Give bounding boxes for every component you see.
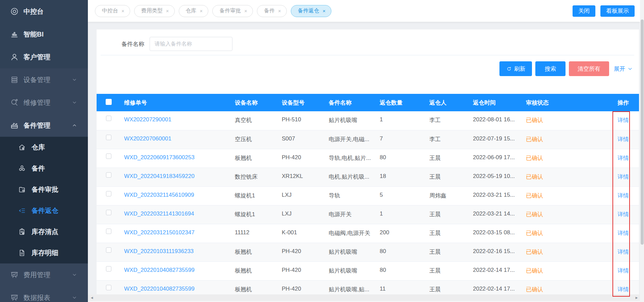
actions-row: 刷新 搜索 清空所有 展开 bbox=[499, 61, 634, 76]
sidebar-item-spare-mgmt[interactable]: 备件管理 bbox=[0, 114, 88, 137]
detail-link[interactable]: 详情 bbox=[618, 211, 629, 218]
spare-name-cell: 贴片机吸嘴 bbox=[329, 248, 373, 256]
sidebar-item-device-mgmt[interactable]: 设备管理 bbox=[0, 68, 88, 91]
col-device-name: 设备名称 bbox=[231, 94, 278, 111]
vertical-scrollbar-thumb[interactable] bbox=[641, 19, 644, 245]
detail-link[interactable]: 详情 bbox=[618, 117, 629, 123]
sidebar-item-warehouse[interactable]: 仓库 bbox=[0, 137, 88, 158]
return-qty-cell: 11 bbox=[380, 286, 386, 292]
close-icon[interactable]: × bbox=[244, 8, 247, 14]
vertical-scrollbar[interactable] bbox=[640, 0, 644, 302]
return-time-cell: 2022-03-15 08... bbox=[473, 229, 519, 236]
order-no-link[interactable]: WX202207290001 bbox=[124, 116, 171, 123]
sidebar-item-data-report[interactable]: 数据报表 bbox=[0, 286, 88, 302]
detail-link[interactable]: 详情 bbox=[618, 249, 629, 255]
sidebar-item-label: 备件审批 bbox=[32, 185, 58, 194]
row-checkbox[interactable] bbox=[106, 135, 111, 140]
row-checkbox[interactable] bbox=[106, 247, 111, 253]
clear-all-button[interactable]: 清空所有 bbox=[569, 61, 609, 76]
scroll-left-arrow-icon[interactable]: ◄ bbox=[90, 296, 94, 300]
sidebar-item-label: 智能BI bbox=[23, 30, 44, 39]
order-no-link[interactable]: WXD_20220321141301694 bbox=[124, 210, 194, 217]
return-person-cell: 王晨 bbox=[429, 155, 441, 161]
scroll-right-arrow-icon[interactable]: ► bbox=[635, 296, 639, 300]
refresh-button[interactable]: 刷新 bbox=[499, 61, 532, 76]
chevron-down-icon bbox=[72, 77, 77, 82]
close-icon[interactable]: × bbox=[200, 8, 203, 14]
board-display-button[interactable]: 看板展示 bbox=[600, 5, 635, 17]
row-checkbox[interactable] bbox=[106, 191, 111, 196]
detail-link[interactable]: 详情 bbox=[618, 267, 629, 274]
detail-link[interactable]: 详情 bbox=[618, 155, 629, 161]
row-checkbox[interactable] bbox=[106, 154, 111, 159]
close-icon[interactable]: × bbox=[323, 8, 326, 14]
row-checkbox[interactable] bbox=[106, 116, 111, 121]
device-model-cell: PH-420 bbox=[282, 248, 322, 255]
sidebar-item-console[interactable]: 中控台 bbox=[0, 0, 88, 23]
row-checkbox[interactable] bbox=[106, 229, 111, 234]
sidebar-item-label: 维修管理 bbox=[23, 98, 50, 107]
close-icon[interactable]: × bbox=[278, 8, 281, 14]
detail-link[interactable]: 详情 bbox=[618, 136, 629, 142]
row-checkbox[interactable] bbox=[106, 210, 111, 215]
detail-link[interactable]: 详情 bbox=[618, 230, 629, 236]
device-model-cell: XR12KL bbox=[282, 173, 322, 180]
tab-tag-console[interactable]: 中控台× bbox=[95, 5, 130, 17]
clear-all-button-label: 清空所有 bbox=[578, 65, 600, 73]
sidebar-item-inventory-check[interactable]: 库存清点 bbox=[0, 221, 88, 242]
tab-tag-spare-approval[interactable]: 备件审批× bbox=[212, 5, 253, 17]
detail-link[interactable]: 详情 bbox=[618, 192, 629, 199]
order-no-link[interactable]: WXD_20220104082735599 bbox=[124, 286, 195, 292]
sidebar-item-smart-bi[interactable]: 智能BI bbox=[0, 23, 88, 46]
sidebar-item-label: 设备管理 bbox=[23, 75, 50, 84]
detail-link[interactable]: 详情 bbox=[618, 174, 629, 180]
review-status-badge: 已确认 bbox=[526, 267, 543, 274]
spare-name-input[interactable] bbox=[150, 37, 232, 51]
order-no-link[interactable]: WXD_20220103111936233 bbox=[124, 248, 194, 254]
spare-name-cell: 电机,贴片机吸... bbox=[329, 173, 373, 181]
table-row: WXD_20220321145610909螺旋机1LXJ导轨5周炜鑫2022-0… bbox=[97, 186, 639, 205]
toolbox-icon bbox=[10, 121, 19, 130]
tab-tag-warehouse[interactable]: 仓库× bbox=[179, 5, 209, 17]
tag-label: 备件返仓 bbox=[298, 7, 319, 14]
row-checkbox[interactable] bbox=[106, 172, 111, 178]
device-name-cell: 板翘机 bbox=[235, 248, 275, 256]
sidebar-item-label: 费用管理 bbox=[23, 270, 50, 280]
return-time-cell: 2022-02-14 17... bbox=[473, 267, 519, 274]
order-no-link[interactable]: WXD_20220419183459220 bbox=[124, 173, 195, 179]
sidebar-item-expense-mgmt[interactable]: 费用管理 bbox=[0, 263, 88, 286]
order-no-link[interactable]: WX202207060001 bbox=[124, 135, 171, 142]
sidebar-item-inventory-detail[interactable]: 库存明细 bbox=[0, 242, 88, 263]
filter-row: 备件名称 bbox=[121, 37, 232, 51]
horizontal-scrollbar[interactable]: ◄ ► bbox=[88, 295, 640, 301]
detail-link[interactable]: 详情 bbox=[618, 286, 629, 293]
sidebar-item-customer-mgmt[interactable]: 客户管理 bbox=[0, 46, 88, 68]
close-icon[interactable]: × bbox=[121, 8, 124, 14]
return-time-cell: 2022-02-16 15... bbox=[473, 248, 519, 255]
order-no-link[interactable]: WXD_20220104082735599 bbox=[124, 267, 195, 273]
sidebar-item-spare-return[interactable]: 备件返仓 bbox=[0, 200, 88, 221]
col-return-person: 返仓人 bbox=[426, 94, 470, 111]
row-checkbox[interactable] bbox=[106, 285, 111, 290]
search-button[interactable]: 搜索 bbox=[535, 61, 566, 76]
close-button[interactable]: 关闭 bbox=[573, 5, 595, 17]
order-no-link[interactable]: WXD_20220321145610909 bbox=[124, 192, 194, 198]
tab-tag-expense-type[interactable]: 费用类型× bbox=[134, 5, 175, 17]
order-no-link[interactable]: WXD_20220312150102347 bbox=[124, 229, 195, 236]
order-no-link[interactable]: WXD_20220609173600253 bbox=[124, 154, 195, 161]
row-checkbox[interactable] bbox=[106, 266, 111, 271]
select-all-checkbox[interactable] bbox=[106, 99, 112, 105]
return-person-cell: 王晨 bbox=[429, 267, 441, 274]
warehouse-icon bbox=[18, 143, 26, 151]
return-time-cell: 2022-06-09 17... bbox=[473, 154, 519, 161]
sidebar-item-spare-approval[interactable]: 备件审批 bbox=[0, 179, 88, 200]
sidebar-item-repair-mgmt[interactable]: 维修管理 bbox=[0, 91, 88, 114]
close-icon[interactable]: × bbox=[166, 8, 169, 14]
return-person-cell: 王晨 bbox=[429, 230, 441, 236]
expand-toggle[interactable]: 展开 bbox=[612, 65, 634, 73]
outdent-list-icon bbox=[18, 207, 26, 215]
spare-return-panel: 备件名称 刷新 搜索 清空所有 展开 bbox=[97, 29, 639, 294]
sidebar-item-spare-parts[interactable]: 备件 bbox=[0, 158, 88, 179]
tab-tag-spare-parts[interactable]: 备件× bbox=[257, 5, 287, 17]
tab-tag-spare-return[interactable]: 备件返仓× bbox=[291, 5, 331, 17]
